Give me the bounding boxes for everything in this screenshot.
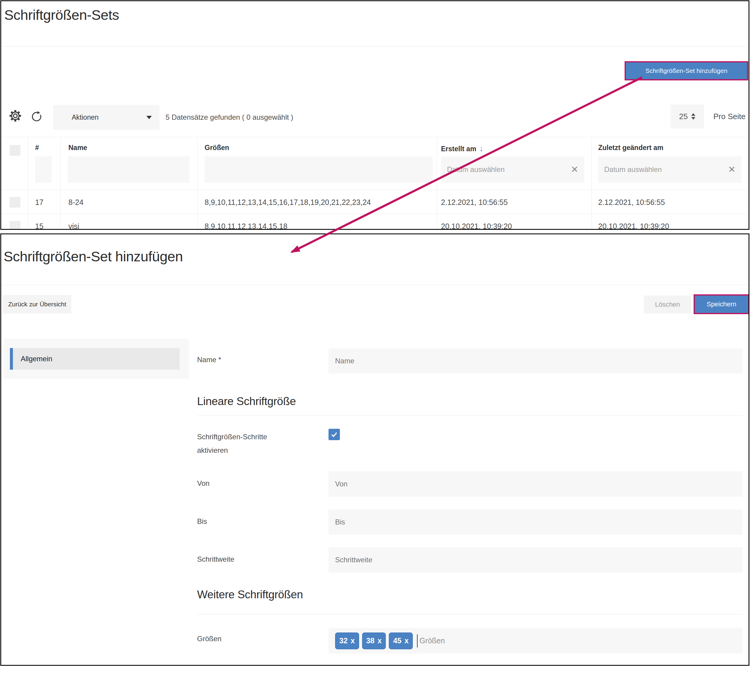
column-header-name[interactable]: Name — [68, 144, 87, 152]
per-page-label: Pro Seite — [713, 105, 745, 128]
filter-sizes-input[interactable] — [204, 156, 433, 183]
text-cursor — [417, 634, 418, 648]
column-header-modified[interactable]: Zuletzt geändert am — [598, 144, 663, 152]
tag-input-placeholder: Größen — [420, 636, 445, 645]
section-heading-linear: Lineare Schriftgröße — [197, 395, 296, 408]
date-filter-placeholder: Datum auswählen — [604, 165, 728, 174]
filter-name-input[interactable] — [68, 156, 190, 183]
back-to-overview-button[interactable]: Zurück zur Übersicht — [3, 295, 71, 314]
remove-tag-icon[interactable]: x — [404, 636, 409, 645]
steps-checkbox-label: Schriftgrößen-Schritte aktivieren — [197, 430, 287, 457]
checkmark-icon — [330, 430, 338, 438]
results-count-text: 5 Datensätze gefunden ( 0 ausgewählt ) — [166, 105, 294, 129]
sidebar-item-allgemein[interactable]: Allgemein — [10, 348, 180, 370]
von-field-label: Von — [197, 479, 209, 488]
size-tag-value: 32 — [339, 636, 348, 645]
filter-id-input[interactable] — [35, 156, 52, 183]
filter-created-datepicker[interactable]: Datum auswählen ✕ — [441, 156, 584, 183]
schrittweite-field-label: Schrittweite — [197, 555, 234, 563]
column-header-sizes[interactable]: Größen — [204, 144, 229, 152]
title-divider — [1, 46, 748, 46]
row-id: 17 — [35, 190, 43, 214]
von-input[interactable] — [329, 471, 742, 497]
table-header: # Name Größen Erstellt am↓ Zuletzt geänd… — [1, 137, 748, 190]
size-tag[interactable]: 45 x — [389, 632, 413, 649]
detail-panel: Schriftgrößen-Set hinzufügen Zurück zur … — [0, 234, 749, 666]
add-fontsize-set-button[interactable]: Schriftgrößen-Set hinzufügen — [625, 61, 748, 80]
schrittweite-input[interactable] — [329, 547, 742, 572]
row-checkbox[interactable] — [9, 221, 20, 230]
sidebar: Allgemein — [4, 339, 189, 379]
sizes-tag-input[interactable]: 32 x 38 x 45 x Größen — [329, 628, 742, 654]
row-name: visi — [68, 214, 79, 230]
select-spinner-icon — [691, 113, 695, 120]
row-modified: 2.12.2021, 10:56:55 — [598, 190, 665, 214]
bis-input[interactable] — [329, 509, 742, 535]
section-heading-more: Weitere Schriftgrößen — [197, 588, 303, 601]
row-checkbox[interactable] — [9, 197, 20, 208]
row-id: 15 — [35, 214, 43, 230]
date-filter-placeholder: Datum auswählen — [447, 165, 571, 174]
name-input[interactable] — [329, 348, 742, 374]
page-size-value: 25 — [679, 112, 688, 121]
settings-gear-icon[interactable] — [8, 109, 22, 123]
save-button[interactable]: Speichern — [694, 294, 749, 314]
page-title: Schriftgrößen-Sets — [4, 6, 119, 23]
size-tag-value: 45 — [393, 636, 401, 645]
actions-dropdown[interactable]: Aktionen — [53, 105, 160, 129]
size-tag[interactable]: 32 x — [335, 632, 359, 649]
remove-tag-icon[interactable]: x — [351, 636, 355, 645]
row-created: 2.12.2021, 10:56:55 — [441, 190, 507, 214]
groessen-field-label: Größen — [197, 635, 221, 643]
page-size-select[interactable]: 25 — [670, 105, 704, 128]
row-created: 20.10.2021, 10:39:20 — [441, 214, 512, 230]
sort-descending-icon: ↓ — [480, 144, 484, 153]
row-modified: 20.10.2021, 10:39:20 — [598, 214, 669, 230]
chevron-down-icon — [146, 116, 152, 119]
column-header-id[interactable]: # — [35, 144, 39, 152]
active-indicator-bar — [10, 348, 13, 370]
row-name: 8-24 — [68, 190, 83, 214]
select-all-checkbox[interactable] — [9, 145, 20, 156]
delete-button[interactable]: Löschen — [644, 295, 691, 314]
sidebar-item-label: Allgemein — [21, 348, 52, 370]
name-field-label: Name * — [197, 355, 221, 364]
row-sizes: 8,9,10,11,12,13,14,15,18 — [204, 214, 287, 230]
remove-tag-icon[interactable]: x — [378, 636, 382, 645]
clear-date-icon[interactable]: ✕ — [571, 165, 578, 174]
overview-panel: Schriftgrößen-Sets Schriftgrößen-Set hin… — [0, 0, 749, 230]
refresh-icon[interactable] — [30, 110, 43, 122]
detail-page-title: Schriftgrößen-Set hinzufügen — [4, 248, 183, 265]
section-divider — [197, 415, 742, 416]
table-row[interactable]: 15 visi 8,9,10,11,12,13,14,15,18 20.10.2… — [1, 214, 748, 230]
size-tag[interactable]: 38 x — [362, 632, 386, 649]
bis-field-label: Bis — [197, 517, 207, 526]
size-tag-value: 38 — [366, 636, 375, 645]
clear-date-icon[interactable]: ✕ — [728, 165, 736, 174]
actions-dropdown-label: Aktionen — [72, 114, 146, 122]
steps-checkbox[interactable] — [329, 429, 340, 440]
filter-modified-datepicker[interactable]: Datum auswählen ✕ — [598, 156, 742, 183]
table-row[interactable]: 17 8-24 8,9,10,11,12,13,14,15,16,17,18,1… — [1, 190, 748, 214]
column-header-created[interactable]: Erstellt am↓ — [441, 144, 484, 153]
row-sizes: 8,9,10,11,12,13,14,15,16,17,18,19,20,21,… — [204, 190, 371, 214]
